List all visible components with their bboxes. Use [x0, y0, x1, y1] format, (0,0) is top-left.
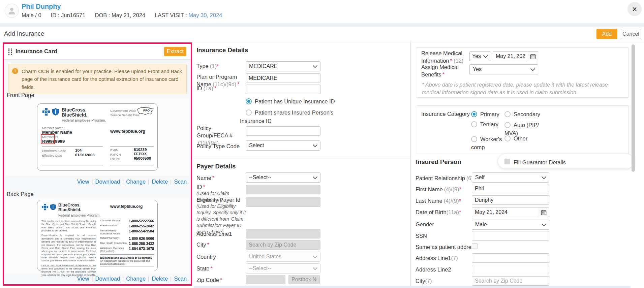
assign-benefits-select[interactable]: Yes: [469, 64, 538, 74]
ssn-input[interactable]: [472, 231, 549, 241]
back-card-terms: This card is used to obtain covered bene…: [41, 220, 96, 277]
insurance-card-front-image: BlueCross. BlueShield. Federal Employee …: [37, 103, 158, 171]
radio-icon[interactable]: [471, 136, 477, 142]
insured-city-input[interactable]: [472, 276, 549, 286]
gender-select[interactable]: Male: [472, 220, 549, 230]
page-title: Add Insurance: [4, 30, 44, 37]
policy-group-input[interactable]: [246, 126, 320, 136]
payer-address1-label: Address Line1: [196, 230, 232, 238]
close-button[interactable]: ×: [627, 2, 642, 16]
effective-date-value: 01/01/2008: [75, 153, 95, 157]
scrollbar-thumb[interactable]: [632, 44, 635, 172]
type-select[interactable]: MEDICARE: [246, 61, 320, 71]
licensee-title: BlueCross and BlueShield of Geography: [100, 256, 154, 259]
radio-icon[interactable]: [471, 121, 477, 127]
divider: [110, 165, 153, 165]
insured-person-heading: Insured Person: [416, 158, 461, 166]
radio-selected-icon[interactable]: [246, 98, 252, 104]
insurance-details-heading: Insurance Details: [196, 46, 248, 54]
insured-address1-input[interactable]: [472, 253, 549, 263]
shared-id-option[interactable]: Patient shares Insured Person's Insuranc…: [240, 108, 358, 125]
radio-icon[interactable]: [504, 122, 511, 128]
extract-button[interactable]: Extract: [164, 47, 186, 56]
radio-selected-icon[interactable]: [471, 111, 477, 117]
dob-input[interactable]: [472, 207, 538, 217]
scan-link[interactable]: Scan: [174, 179, 187, 185]
payer-state-select: --Select--: [246, 263, 320, 274]
payer-id-input: [246, 185, 320, 194]
blue-shield-icon: [52, 108, 60, 116]
release-medical-select[interactable]: Yes: [469, 51, 490, 61]
category-option-primary[interactable]: Primary: [471, 110, 499, 118]
category-option-tertiary[interactable]: Tertiary: [471, 121, 498, 128]
category-option-workers-comp[interactable]: Worker's comp: [471, 135, 502, 151]
phone-row: Mental Health/ Substance Abuse:1-800-554…: [100, 229, 154, 235]
dob-calendar-button[interactable]: [538, 207, 549, 217]
download-link[interactable]: Download: [95, 179, 120, 185]
rx-pcn-value: FEPRX: [134, 152, 147, 156]
chevron-down-icon: [313, 63, 317, 68]
licensee-text: An independent licensee of the BlueCross…: [100, 259, 154, 266]
unique-id-option[interactable]: Patient has Unique Insurance ID: [240, 98, 358, 105]
rx-pcn-label: RxPCN: [110, 153, 121, 156]
last-name-input[interactable]: [472, 195, 549, 205]
view-link[interactable]: View: [77, 179, 89, 185]
delete-link[interactable]: Delete: [152, 179, 168, 185]
drag-handle-icon[interactable]: [8, 49, 12, 55]
payer-postbox-input: [288, 275, 320, 284]
change-link[interactable]: Change: [126, 179, 146, 185]
back-page-label: Back Page: [7, 191, 34, 197]
payer-city-input: [246, 240, 320, 250]
ssn-label: SSN: [416, 232, 427, 240]
insured-address2-input[interactable]: [472, 265, 549, 274]
same-address-checkbox[interactable]: [472, 243, 478, 249]
category-option-other[interactable]: Other: [504, 135, 527, 142]
patient-relationship-select[interactable]: Self: [472, 172, 549, 183]
radio-icon[interactable]: [504, 111, 511, 117]
insurance-card-header: Insurance Card Extract: [4, 44, 191, 60]
scan-link[interactable]: Scan: [174, 276, 187, 282]
category-option-auto[interactable]: Auto (PIP/ MVA): [504, 121, 542, 137]
member-name-label: Member Name: [42, 126, 63, 130]
cancel-button[interactable]: Cancel: [621, 29, 641, 39]
fill-guarantor-checkbox[interactable]: [504, 159, 510, 164]
divider: [42, 165, 103, 165]
payer-name-select[interactable]: --Select--: [246, 172, 320, 183]
delete-link[interactable]: Delete: [152, 276, 168, 282]
patient-name[interactable]: Phil Dunphy: [22, 3, 61, 10]
insurance-id-input[interactable]: [246, 85, 320, 94]
release-date-input[interactable]: [493, 51, 528, 61]
front-brand-sub: Federal Employee Program.: [62, 118, 106, 122]
chevron-down-icon: [313, 174, 317, 179]
insurance-id-radio-group: Patient has Unique Insurance ID Patient …: [240, 98, 358, 125]
patient-id: ID : Jun16571: [51, 12, 86, 19]
first-name-input[interactable]: [472, 184, 549, 193]
policy-type-select[interactable]: Select: [246, 140, 320, 151]
header-divider-band: [0, 23, 644, 27]
fill-guarantor-label: Fill Guarantor Details: [514, 159, 566, 166]
view-link[interactable]: View: [77, 276, 89, 282]
insurance-card-panel: Insurance Card Extract i Charm OCR is en…: [3, 42, 192, 286]
radio-icon[interactable]: [504, 135, 511, 141]
divider: [100, 254, 154, 255]
insurance-id-label: ID(1a)*: [196, 85, 245, 92]
divider: [110, 146, 153, 147]
chevron-down-icon: [542, 174, 546, 179]
ocr-notice-text: Charm OCR is enabled for your practice. …: [22, 67, 183, 91]
back-website: www.fepblue.org: [110, 204, 143, 209]
radio-icon[interactable]: [246, 109, 252, 116]
front-card-links: View|Download|Change|Delete|Scan: [6, 179, 187, 185]
blue-cross-icon: [42, 108, 50, 116]
plan-name-input[interactable]: [246, 73, 320, 83]
chevron-down-icon: [542, 222, 546, 226]
patient-sex-age: Male / 0: [22, 12, 41, 19]
payer-id-label: ID*: [196, 184, 205, 191]
dob-label: Date of Birth(11a)*: [416, 209, 461, 216]
release-date-calendar-button[interactable]: [528, 51, 538, 61]
add-button[interactable]: Add: [596, 29, 617, 39]
download-link[interactable]: Download: [95, 276, 120, 282]
eligibility-payer-id-label: Eligibility Payer Id: [196, 196, 240, 204]
change-link[interactable]: Change: [126, 276, 146, 282]
payer-address1-input: [246, 229, 320, 238]
category-option-secondary[interactable]: Secondary: [504, 110, 540, 118]
